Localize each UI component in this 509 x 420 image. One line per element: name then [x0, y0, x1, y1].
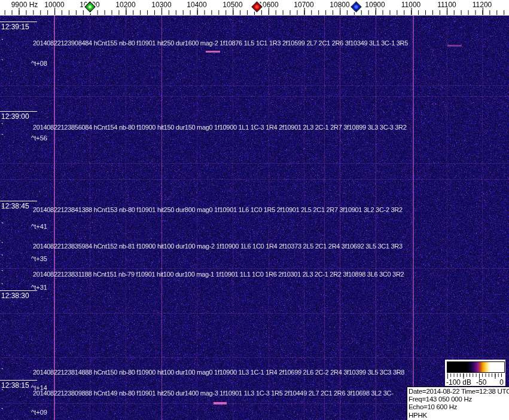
- meteor-echo-spectrogram-app: 9900 Hz 10000 10100 10200 10300 10400 10…: [0, 0, 509, 420]
- info-frequency: Freq=143 050 000 Hz: [409, 396, 509, 403]
- db-color-scale: -100 dB -50 0: [445, 360, 505, 386]
- db-gradient-bar: [447, 361, 505, 373]
- ruler-minor-ticks: [0, 10, 509, 15]
- db-scale-label: 0: [499, 378, 504, 387]
- status-info-box: Date=2014-08-22 Time=12:38 UTC Freq=143 …: [407, 387, 509, 420]
- db-scale-label: -50: [476, 378, 486, 387]
- db-scale-minor-ticks: [447, 373, 504, 377]
- db-scale-label: -100 dB: [446, 378, 471, 387]
- info-station-id: HPHK: [409, 412, 509, 419]
- info-echo: Echo=10 600 Hz: [409, 403, 509, 411]
- spectrogram-waterfall-canvas[interactable]: [0, 16, 509, 420]
- frequency-ruler[interactable]: 9900 Hz 10000 10100 10200 10300 10400 10…: [0, 0, 509, 16]
- info-date-time: Date=2014-08-22 Time=12:38 UTC: [409, 388, 509, 396]
